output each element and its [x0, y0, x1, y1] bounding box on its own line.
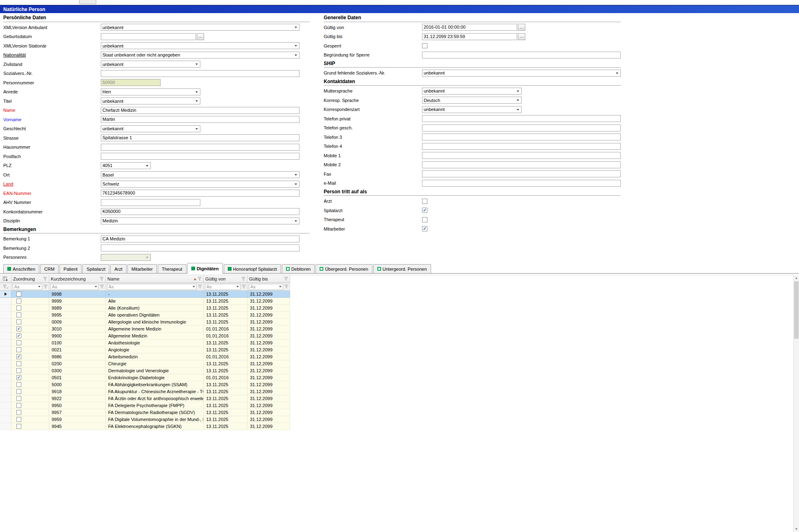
- ellipsis-button[interactable]: …: [197, 33, 204, 40]
- dropdown-korresp-sprache[interactable]: Deutsch: [422, 97, 522, 104]
- dropdown-korrespondenzart[interactable]: unbekannt: [422, 106, 522, 113]
- input-sozialvers-nr[interactable]: [101, 70, 300, 77]
- table-row[interactable]: ✓3010Allgemeine Innere Medizin01.01.2016…: [0, 326, 793, 333]
- input-bemerkung-2[interactable]: [101, 244, 300, 251]
- input-personnummer[interactable]: 50000: [101, 79, 161, 86]
- row-checkbox[interactable]: [16, 306, 21, 310]
- table-row[interactable]: ✓0501Endokrinologie-Diabetologie01.01.20…: [0, 374, 793, 381]
- table-row[interactable]: 9918FA Akupunktur - Chinesische Arzneith…: [0, 388, 793, 395]
- table-row[interactable]: 9989Alle (Konsilium)13.11.202531.12.2099: [0, 305, 793, 312]
- filter-input[interactable]: Aa: [50, 284, 99, 290]
- table-row[interactable]: 0021Angiologie13.11.202531.12.2099: [0, 346, 793, 353]
- filter-funnel-icon[interactable]: [100, 277, 104, 281]
- scroll-thumb[interactable]: [794, 281, 799, 339]
- input-postfach[interactable]: [101, 153, 300, 160]
- input-ean-nummer[interactable]: 7612345678900: [101, 190, 300, 197]
- table-row[interactable]: 9950FA Delegierte Psychotherapie (FMPP)1…: [0, 402, 793, 409]
- row-checkbox[interactable]: [16, 361, 21, 366]
- input-g-ltig-von[interactable]: 2016-01-01 00:00:00: [422, 24, 517, 31]
- column-header-name[interactable]: Name: [106, 275, 204, 283]
- tab-spitalarzt[interactable]: Spitalarzt: [82, 264, 109, 273]
- tab-untergeord-personen[interactable]: Untergeord. Personen: [373, 264, 431, 273]
- input-e-mail[interactable]: [422, 180, 621, 187]
- scroll-down-button[interactable]: ▼: [794, 526, 799, 532]
- checkbox-gesperrt[interactable]: [422, 43, 427, 48]
- tab-crm[interactable]: CRM: [40, 264, 59, 273]
- input-vorname[interactable]: Martin: [101, 116, 300, 123]
- dropdown-zivilstand[interactable]: unbekannt: [101, 61, 200, 68]
- table-row[interactable]: 5000FA Abhängigkeitserkrankungen (SSAM)1…: [0, 381, 793, 388]
- filter-funnel-icon[interactable]: [198, 285, 202, 289]
- input-ahv-nummer[interactable]: [101, 199, 200, 206]
- input-mobile-1[interactable]: [422, 152, 621, 159]
- input-telefon-3[interactable]: [422, 134, 621, 140]
- checkbox-spitalarzt[interactable]: ✓: [422, 208, 427, 213]
- dropdown-muttersprache[interactable]: unbekannt: [422, 88, 522, 95]
- dropdown-personennr[interactable]: [101, 254, 151, 261]
- dropdown-grund-fehlende-sozialvers-nr[interactable]: unbekannt: [422, 70, 621, 77]
- row-checkbox[interactable]: [16, 417, 21, 422]
- filter-funnel-icon[interactable]: [100, 285, 104, 289]
- row-checkbox[interactable]: [16, 292, 21, 297]
- row-checkbox[interactable]: [16, 403, 21, 408]
- input-mobile-2[interactable]: [422, 161, 621, 168]
- column-header-kurzbezeichnung[interactable]: Kurzbezeichnung: [49, 275, 106, 283]
- row-checkbox[interactable]: [16, 424, 21, 429]
- vertical-scrollbar[interactable]: ▲ ▼: [793, 275, 799, 532]
- row-checkbox[interactable]: [16, 382, 21, 387]
- dropdown-land[interactable]: Schweiz: [101, 181, 300, 188]
- dropdown-ort[interactable]: Basel: [101, 171, 300, 178]
- filter-funnel-icon[interactable]: [43, 277, 47, 281]
- input-g-ltig-bis[interactable]: 31.12.2099 23:59:59: [422, 33, 517, 40]
- checkbox-arzt[interactable]: [422, 199, 427, 204]
- table-row[interactable]: 9922FA Ärztin oder Arzt für anthroposoph…: [0, 395, 793, 402]
- input-begr-ndung-f-r-sperre[interactable]: [422, 52, 621, 59]
- row-checkbox[interactable]: [16, 396, 21, 401]
- filter-input[interactable]: Aa: [13, 284, 42, 290]
- filter-funnel-icon[interactable]: [43, 285, 48, 289]
- ellipsis-button[interactable]: …: [518, 33, 525, 40]
- table-row[interactable]: 9995Alle operativen Dignitäten13.11.2025…: [0, 312, 793, 319]
- input-konkordatsnummer[interactable]: K050000: [101, 208, 300, 215]
- dropdown-xmlversion-ambulant[interactable]: unbekannt: [101, 24, 300, 31]
- tab-patient[interactable]: Patient: [59, 264, 82, 273]
- table-row[interactable]: 0100Anästhesiologie13.11.202531.12.2099: [0, 340, 793, 346]
- row-checkbox[interactable]: [16, 347, 21, 352]
- table-row[interactable]: ✓9986Arbeitsmedizin01.01.201631.12.2099: [0, 353, 793, 360]
- row-checkbox[interactable]: [16, 312, 21, 317]
- dropdown-anrede[interactable]: Herr: [101, 88, 200, 95]
- dropdown-disziplin[interactable]: Medizin: [101, 217, 300, 224]
- dropdown-plz[interactable]: 4051: [101, 162, 151, 169]
- row-checkbox[interactable]: ✓: [16, 375, 21, 380]
- tab-bergeord-personen[interactable]: Übergeord. Personen: [316, 264, 372, 273]
- table-row[interactable]: 0009Allergologie und klinische Immunolog…: [0, 319, 793, 326]
- input-name[interactable]: Chefarzt Medizin: [101, 107, 300, 114]
- filter-input[interactable]: Aa: [107, 284, 197, 290]
- input-bemerkung-1[interactable]: CA Medizin: [101, 235, 300, 242]
- table-row[interactable]: 9959FA Digitale Volumentomographie in de…: [0, 416, 793, 423]
- table-row[interactable]: 0300Dermatologie und Venerologie13.11.20…: [0, 367, 793, 374]
- scroll-up-button[interactable]: ▲: [794, 275, 799, 281]
- select-all-corner-icon[interactable]: [0, 275, 11, 283]
- row-checkbox[interactable]: ✓: [16, 354, 21, 359]
- column-header-g-ltig-von[interactable]: Gültig von: [204, 275, 247, 283]
- tab-debitoren[interactable]: Debitoren: [282, 264, 315, 273]
- input-telefon-4[interactable]: [422, 143, 621, 150]
- input-geburtsdatum[interactable]: [101, 33, 196, 40]
- checkbox-mitarbeiter[interactable]: ✓: [422, 226, 427, 231]
- dropdown-xmlversion-station-r[interactable]: unbekannt: [101, 42, 300, 49]
- row-checkbox[interactable]: [16, 299, 21, 303]
- filter-input[interactable]: Aa: [205, 284, 241, 290]
- row-checkbox[interactable]: [16, 389, 21, 394]
- filter-funnel-icon[interactable]: [284, 285, 288, 289]
- column-header-zuordnung[interactable]: Zuordnung: [11, 275, 49, 283]
- row-checkbox[interactable]: [16, 340, 21, 345]
- tab-arzt[interactable]: Arzt: [110, 264, 127, 273]
- input-hausnummer[interactable]: [101, 144, 300, 151]
- input-telefon-gesch[interactable]: [422, 125, 621, 131]
- table-row[interactable]: 9945FA Elektroencephalographie (SGKN)13.…: [0, 423, 793, 430]
- row-checkbox[interactable]: [16, 368, 21, 373]
- filter-funnel-icon[interactable]: [197, 277, 202, 281]
- row-checkbox[interactable]: ✓: [16, 333, 21, 338]
- tab-anschriften[interactable]: Anschriften: [3, 264, 39, 273]
